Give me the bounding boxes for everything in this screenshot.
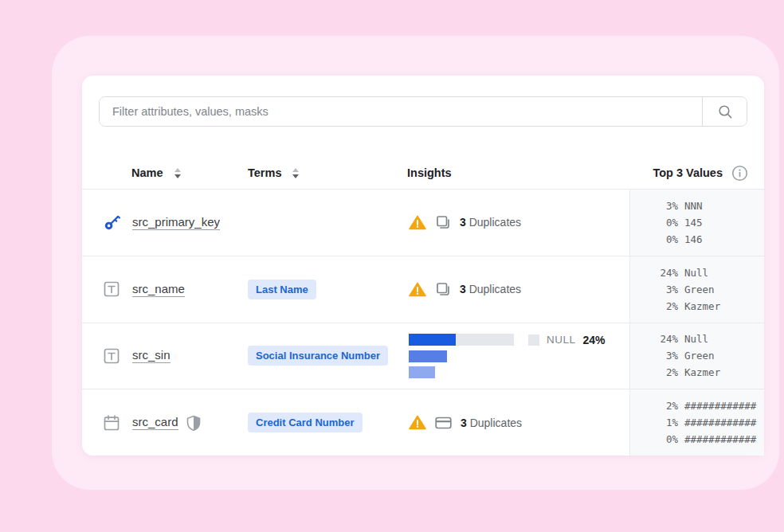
attributes-table-card: Name Terms Insights Top 3 Values <box>82 76 764 456</box>
sort-down-icon <box>174 174 181 178</box>
column-header-top3-label: Top 3 Values <box>653 166 723 179</box>
term-chip[interactable]: Credit Card Number <box>248 413 363 432</box>
top-value-percent: 0% <box>648 431 678 448</box>
top-value-percent: 2% <box>648 397 678 414</box>
sort-down-icon <box>292 174 299 178</box>
null-legend-value: 24% <box>583 334 606 346</box>
term-chip[interactable]: Last Name <box>248 280 316 299</box>
info-icon[interactable] <box>731 165 748 182</box>
top-value-line: 1%############ <box>648 414 764 431</box>
top-value-line: 3%NNN <box>648 198 764 214</box>
top-value-percent: 3% <box>648 281 678 298</box>
top-value-line: 3%Green <box>648 347 764 364</box>
top-value-percent: 3% <box>648 347 678 364</box>
text-type-icon <box>104 281 120 297</box>
null-distribution-chart: NULL24% <box>407 334 629 378</box>
bar-fill <box>409 334 456 346</box>
sort-toggle-terms[interactable] <box>292 168 299 178</box>
insights-cell: 3 Duplicates <box>407 214 629 230</box>
bar-fill <box>409 350 447 362</box>
top-value-line: 0%146 <box>648 231 764 248</box>
top-value-text: Green <box>684 347 764 364</box>
calendar-type-icon <box>104 415 120 431</box>
attribute-type-cell <box>82 281 130 297</box>
top-value-percent: 0% <box>648 231 678 248</box>
sort-up-icon <box>174 168 181 172</box>
column-header-insights-label: Insights <box>407 166 452 179</box>
attribute-name-link[interactable]: src_name <box>132 282 185 297</box>
attribute-name-cell: src_name <box>130 282 248 297</box>
text-type-icon <box>104 348 120 364</box>
attribute-name-cell: src_sin <box>130 348 248 363</box>
attribute-name-link[interactable]: src_primary_key <box>132 215 220 230</box>
top-values-cell: 24%Null3%Green2%Kazmer <box>629 256 764 323</box>
bar-fill <box>409 366 435 378</box>
insight-text: 3 Duplicates <box>460 283 521 295</box>
top-value-text: NNN <box>684 198 764 214</box>
duplicate-count: 3 <box>460 216 466 229</box>
attribute-name-link[interactable]: src_sin <box>132 348 171 363</box>
table-row: src_cardCredit Card Number3 Duplicates2%… <box>82 389 764 456</box>
column-header-terms-label: Terms <box>248 166 281 179</box>
search-bar-container <box>82 76 764 127</box>
attribute-type-cell <box>82 348 130 364</box>
credit-card-icon <box>435 416 452 430</box>
term-chip[interactable]: Social Insurance Number <box>248 346 388 366</box>
top-value-percent: 24% <box>648 264 678 281</box>
table-row: src_sinSocial Insurance NumberNULL24%24%… <box>82 323 764 389</box>
sort-up-icon <box>292 168 299 172</box>
insight-text: 3 Duplicates <box>460 216 521 229</box>
top-value-text: Null <box>684 264 764 281</box>
insights-cell: 3 Duplicates <box>407 281 629 297</box>
top-values-cell: 2%############1%############0%##########… <box>629 389 764 456</box>
terms-cell: Last Name <box>248 280 407 299</box>
table-row: src_nameLast Name3 Duplicates24%Null3%Gr… <box>82 256 764 323</box>
top-value-text: Green <box>684 281 764 298</box>
column-header-top3: Top 3 Values <box>629 165 764 182</box>
null-legend-label: NULL <box>547 334 576 346</box>
top-value-text: Kazmer <box>684 298 764 315</box>
duplicate-count: 3 <box>460 283 466 295</box>
bar-track <box>409 334 514 346</box>
table-row: src_primary_key3 Duplicates3%NNN0%1450%1… <box>82 189 764 256</box>
top-value-text: Null <box>684 331 764 347</box>
search-icon <box>717 104 733 119</box>
top-value-text: ############ <box>684 397 764 414</box>
top-value-text: ############ <box>684 431 764 448</box>
terms-cell: Credit Card Number <box>248 413 407 432</box>
top-value-percent: 3% <box>648 198 678 214</box>
copy-icon <box>435 281 451 297</box>
attribute-name-cell: src_primary_key <box>130 215 248 230</box>
warning-icon <box>409 415 426 430</box>
top-value-percent: 24% <box>648 331 678 347</box>
null-legend-swatch <box>528 334 539 346</box>
null-legend: NULL24% <box>528 334 606 346</box>
top-value-percent: 2% <box>648 364 678 381</box>
warning-icon <box>409 215 426 230</box>
top-value-line: 24%Null <box>648 264 764 281</box>
copy-icon <box>435 214 451 230</box>
attribute-type-cell <box>82 213 130 231</box>
search-button[interactable] <box>702 97 747 126</box>
sort-toggle-name[interactable] <box>174 168 181 178</box>
top-value-percent: 0% <box>648 214 678 231</box>
shield-mask-icon <box>186 415 201 431</box>
top-value-percent: 2% <box>648 298 678 315</box>
top-value-line: 3%Green <box>648 281 764 298</box>
top-values-cell: 3%NNN0%1450%146 <box>629 190 764 256</box>
top-value-text: 146 <box>684 231 764 248</box>
top-value-text: ############ <box>684 414 764 431</box>
insights-cell: 3 Duplicates <box>407 415 629 430</box>
top-value-line: 0%############ <box>648 431 764 448</box>
top-value-line: 2%Kazmer <box>648 364 764 381</box>
top-value-line: 2%Kazmer <box>648 298 764 315</box>
key-type-icon <box>104 213 121 231</box>
column-header-name: Name <box>130 166 248 179</box>
terms-cell: Social Insurance Number <box>248 346 407 366</box>
top-value-line: 24%Null <box>648 331 764 347</box>
top-value-text: 145 <box>684 214 764 231</box>
search-input[interactable] <box>100 97 702 126</box>
top-value-percent: 1% <box>648 414 678 431</box>
column-header-insights: Insights <box>407 166 629 179</box>
attribute-name-link[interactable]: src_card <box>132 415 178 430</box>
